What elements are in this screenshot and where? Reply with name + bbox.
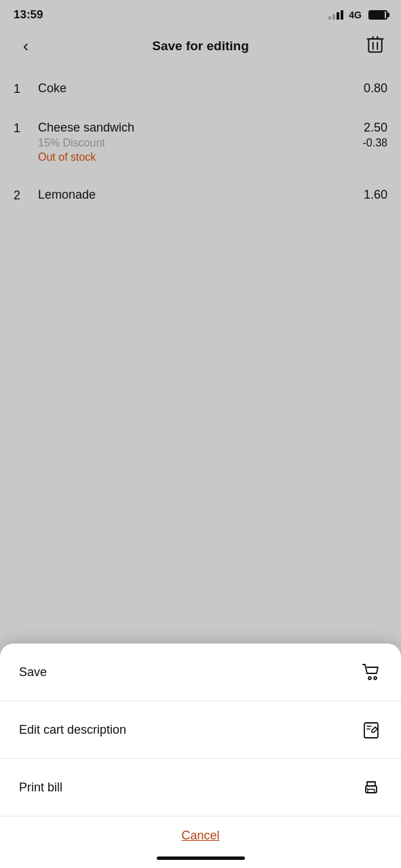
item-details: Coke	[38, 81, 340, 96]
edit-icon	[360, 719, 382, 741]
delete-button[interactable]	[363, 34, 387, 58]
item-details: Lemonade	[38, 188, 340, 202]
item-qty: 1	[14, 121, 38, 136]
item-name: Lemonade	[38, 188, 340, 202]
cancel-row: Cancel	[0, 816, 401, 851]
back-chevron-icon: ‹	[23, 37, 28, 56]
cart-icon	[360, 661, 382, 683]
order-item-lemonade: 2 Lemonade 1.60	[14, 176, 387, 215]
item-price: 2.50	[364, 121, 387, 135]
item-qty: 1	[14, 81, 38, 96]
back-button[interactable]: ‹	[14, 34, 38, 58]
network-label: 4G	[349, 9, 362, 20]
status-bar: 13:59 4G	[0, 0, 401, 27]
signal-icon	[328, 10, 343, 20]
status-time: 13:59	[14, 8, 43, 22]
status-icons: 4G	[328, 9, 387, 20]
cancel-button[interactable]: Cancel	[181, 829, 219, 843]
out-of-stock-label: Out of stock	[38, 151, 340, 163]
edit-cart-action[interactable]: Edit cart description	[0, 701, 401, 759]
item-name: Cheese sandwich	[38, 121, 340, 135]
svg-point-13	[366, 788, 368, 789]
item-price-col: 1.60	[340, 188, 387, 202]
item-price-col: 0.80	[340, 81, 387, 96]
discount-price: -0.38	[363, 137, 387, 149]
order-item-coke: 1 Coke 0.80	[14, 69, 387, 108]
item-price: 1.60	[364, 188, 387, 202]
order-list: 1 Coke 0.80 1 Cheese sandwich 15% Discou…	[0, 69, 401, 215]
header: ‹ Save for editing	[0, 27, 401, 69]
svg-point-7	[374, 677, 377, 679]
item-qty: 2	[14, 188, 38, 203]
edit-cart-label: Edit cart description	[19, 723, 126, 737]
print-bill-action[interactable]: Print bill	[0, 759, 401, 816]
item-details: Cheese sandwich 15% Discount Out of stoc…	[38, 121, 340, 163]
save-action[interactable]: Save	[0, 644, 401, 701]
save-label: Save	[19, 665, 47, 679]
item-price: 0.80	[364, 81, 387, 96]
print-icon	[360, 776, 382, 798]
order-item-cheese-sandwich: 1 Cheese sandwich 15% Discount Out of st…	[14, 108, 387, 176]
battery-icon	[368, 10, 387, 20]
home-bar	[157, 856, 245, 860]
discount-label: 15% Discount	[38, 137, 340, 149]
page-title: Save for editing	[152, 39, 249, 54]
svg-point-6	[368, 677, 371, 679]
svg-rect-0	[368, 39, 381, 52]
trash-icon	[366, 35, 384, 57]
home-indicator	[0, 851, 401, 868]
item-price-col: 2.50 -0.38	[340, 121, 387, 149]
print-bill-label: Print bill	[19, 781, 62, 795]
item-name: Coke	[38, 81, 340, 96]
bottom-sheet: Save Edit cart description Print bill	[0, 644, 401, 868]
